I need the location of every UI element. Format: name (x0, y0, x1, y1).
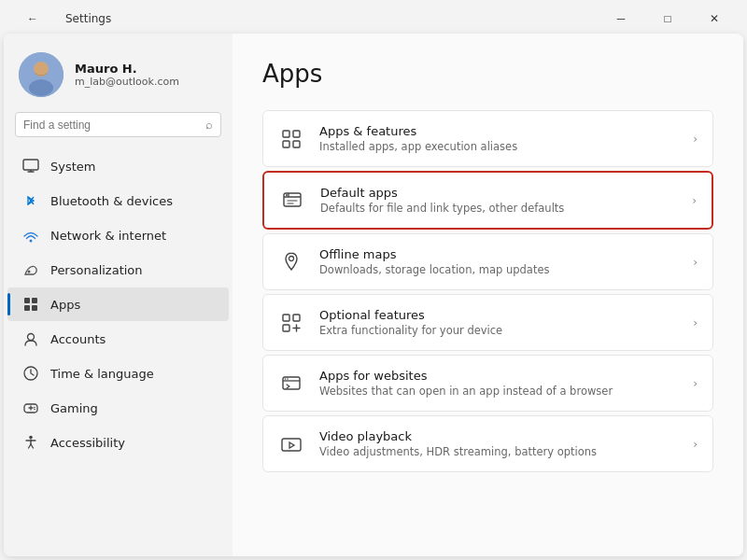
svg-point-37 (285, 378, 287, 380)
sidebar-item-personalization[interactable]: Personalization (7, 253, 229, 287)
default-apps-text: Default apps Defaults for file and link … (320, 186, 677, 215)
apps-websites-chevron: › (693, 377, 698, 390)
settings-item-default-apps[interactable]: Default apps Defaults for file and link … (262, 171, 713, 230)
sidebar-item-bluetooth[interactable]: Bluetooth & devices (7, 184, 229, 217)
search-icon: ⌕ (205, 118, 213, 132)
video-playback-icon (278, 431, 304, 457)
minimize-button[interactable]: ─ (599, 6, 642, 32)
sidebar-item-accessibility[interactable]: Accessibility (7, 426, 229, 459)
svg-rect-32 (283, 325, 289, 331)
sidebar-item-network[interactable]: Network & internet (7, 218, 229, 252)
settings-list: Apps & features Installed apps, app exec… (262, 110, 713, 472)
sidebar-item-apps[interactable]: Apps (7, 287, 229, 321)
sidebar-item-accounts[interactable]: Accounts (7, 322, 229, 356)
personalization-icon (22, 261, 39, 278)
user-name: Mauro H. (75, 62, 179, 76)
back-button[interactable]: ← (11, 6, 54, 32)
offline-maps-text: Offline maps Downloads, storage location… (319, 247, 678, 276)
settings-item-optional-features[interactable]: Optional features Extra functionality fo… (262, 294, 713, 351)
close-button[interactable]: ✕ (693, 6, 736, 32)
maximize-button[interactable]: □ (646, 6, 689, 32)
svg-rect-22 (293, 131, 300, 137)
optional-features-text: Optional features Extra functionality fo… (319, 308, 678, 337)
user-section: Mauro H. m_lab@outlook.com (4, 34, 233, 112)
svg-rect-31 (293, 315, 300, 321)
svg-point-8 (28, 271, 31, 273)
sidebar-item-label-system: System (50, 160, 95, 174)
optional-features-chevron: › (693, 316, 698, 329)
title-bar-title: Settings (65, 12, 111, 25)
svg-rect-23 (283, 141, 289, 147)
apps-icon (22, 296, 39, 313)
apps-websites-label: Apps for websites (319, 369, 678, 383)
default-apps-icon (279, 188, 305, 214)
apps-features-chevron: › (693, 133, 698, 146)
gaming-icon (22, 399, 39, 416)
sidebar-item-time[interactable]: Time & language (7, 357, 229, 390)
apps-features-desc: Installed apps, app execution aliases (319, 140, 678, 153)
optional-features-label: Optional features (319, 308, 678, 322)
sidebar-item-label-bluetooth: Bluetooth & devices (50, 194, 173, 208)
svg-point-20 (29, 436, 33, 440)
accounts-icon (22, 330, 39, 347)
apps-websites-text: Apps for websites Websites that can open… (319, 369, 678, 398)
sidebar-item-label-network: Network & internet (50, 229, 166, 243)
app-window: Mauro H. m_lab@outlook.com ⌕ System (4, 34, 743, 556)
svg-rect-12 (32, 305, 37, 311)
svg-rect-10 (32, 298, 37, 303)
time-icon (22, 365, 39, 382)
svg-point-3 (35, 63, 48, 76)
title-bar-left: ← Settings (11, 6, 111, 32)
svg-rect-24 (293, 141, 300, 147)
svg-rect-30 (283, 315, 289, 321)
offline-maps-label: Offline maps (319, 247, 678, 261)
default-apps-desc: Defaults for file and link types, other … (320, 202, 677, 215)
svg-point-13 (28, 334, 35, 341)
sidebar-item-label-gaming: Gaming (50, 401, 98, 415)
svg-rect-4 (23, 160, 38, 170)
search-box[interactable]: ⌕ (15, 112, 221, 137)
sidebar-item-system[interactable]: System (7, 149, 229, 183)
svg-point-18 (34, 407, 35, 409)
settings-item-apps-features[interactable]: Apps & features Installed apps, app exec… (262, 110, 713, 167)
svg-rect-9 (24, 298, 30, 303)
svg-rect-21 (283, 131, 289, 137)
apps-websites-desc: Websites that can open in an app instead… (319, 385, 678, 398)
sidebar-item-gaming[interactable]: Gaming (7, 391, 229, 425)
page-title: Apps (262, 60, 713, 88)
default-apps-label: Default apps (320, 186, 677, 200)
svg-rect-39 (282, 439, 301, 451)
content-area: Apps Apps & features Installed apps, app… (233, 34, 743, 556)
optional-features-icon (278, 310, 304, 336)
user-info: Mauro H. m_lab@outlook.com (75, 62, 179, 88)
svg-point-28 (286, 194, 288, 196)
apps-websites-icon (278, 371, 304, 397)
svg-point-2 (29, 79, 53, 96)
video-playback-desc: Video adjustments, HDR streaming, batter… (319, 445, 678, 458)
svg-rect-11 (24, 305, 30, 311)
sidebar-item-label-personalization: Personalization (50, 263, 143, 277)
title-bar: ← Settings ─ □ ✕ (0, 0, 747, 34)
avatar[interactable] (19, 52, 63, 97)
offline-maps-icon (278, 249, 304, 275)
bluetooth-icon (22, 192, 39, 209)
accessibility-icon (22, 434, 39, 451)
nav-list: System Bluetooth & devices (4, 148, 233, 556)
title-bar-controls: ─ □ ✕ (599, 6, 736, 32)
optional-features-desc: Extra functionality for your device (319, 324, 678, 337)
sidebar-item-label-accessibility: Accessibility (50, 436, 125, 450)
apps-features-icon (278, 126, 304, 152)
search-input[interactable] (23, 119, 200, 132)
svg-point-7 (30, 240, 33, 243)
settings-item-offline-maps[interactable]: Offline maps Downloads, storage location… (262, 233, 713, 290)
apps-features-text: Apps & features Installed apps, app exec… (319, 124, 678, 153)
default-apps-chevron: › (692, 194, 697, 207)
offline-maps-chevron: › (693, 256, 698, 269)
settings-item-apps-websites[interactable]: Apps for websites Websites that can open… (262, 355, 713, 412)
sidebar-item-label-apps: Apps (50, 298, 80, 312)
svg-point-38 (287, 378, 289, 380)
video-playback-label: Video playback (319, 429, 678, 443)
video-playback-text: Video playback Video adjustments, HDR st… (319, 429, 678, 458)
sidebar: Mauro H. m_lab@outlook.com ⌕ System (4, 34, 233, 556)
settings-item-video-playback[interactable]: Video playback Video adjustments, HDR st… (262, 415, 713, 472)
